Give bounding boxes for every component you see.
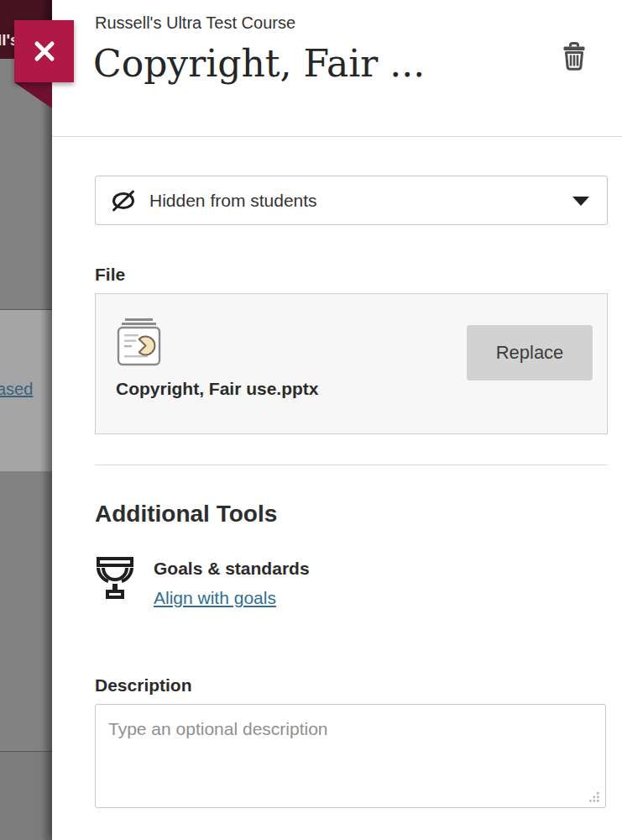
file-name: Copyright, Fair use.pptx bbox=[116, 379, 319, 399]
course-name: Russell's Ultra Test Course bbox=[95, 13, 295, 33]
backdrop-link: ased bbox=[0, 380, 33, 399]
header-divider bbox=[52, 136, 622, 137]
description-textarea[interactable] bbox=[95, 704, 606, 808]
additional-tools-heading: Additional Tools bbox=[95, 501, 277, 528]
panel-edge-shadow bbox=[40, 0, 52, 840]
section-divider bbox=[95, 465, 608, 465]
visibility-dropdown[interactable]: Hidden from students bbox=[95, 176, 608, 225]
file-card: Copyright, Fair use.pptx Replace bbox=[95, 293, 608, 434]
trash-icon bbox=[562, 42, 594, 71]
resize-handle-icon[interactable] bbox=[588, 791, 600, 806]
replace-file-button[interactable]: Replace bbox=[467, 325, 593, 381]
goals-standards-title: Goals & standards bbox=[154, 559, 310, 579]
visibility-selected-value: Hidden from students bbox=[149, 191, 317, 211]
goals-trophy-icon bbox=[95, 556, 135, 603]
align-with-goals-link[interactable]: Align with goals bbox=[154, 588, 276, 608]
visibility-hidden-icon bbox=[111, 189, 136, 213]
chevron-down-icon bbox=[572, 197, 589, 206]
close-icon bbox=[30, 37, 59, 66]
delete-button[interactable] bbox=[562, 39, 594, 74]
description-label: Description bbox=[95, 675, 192, 696]
backdrop-page: ll's U ased bbox=[0, 0, 52, 840]
pptx-file-icon bbox=[115, 318, 163, 370]
file-section-label: File bbox=[95, 265, 125, 285]
page-title: Copyright, Fair ... bbox=[93, 42, 425, 85]
close-panel-button[interactable] bbox=[14, 20, 74, 82]
edit-file-panel: Russell's Ultra Test Course Copyright, F… bbox=[52, 0, 622, 840]
